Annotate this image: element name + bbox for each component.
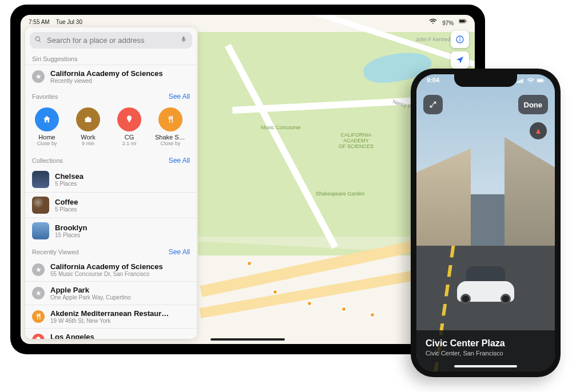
map-poi-label: Music Concourse [261,125,301,130]
see-all-favorites[interactable]: See All [169,93,190,101]
row-subtitle: Recently viewed [50,78,163,84]
iphone-screen: 9:04 Done Civic Center Plaza Civic Cente… [416,74,555,371]
favorite-sub: 2.1 mi [122,141,137,146]
search-field[interactable] [30,32,192,49]
row-subtitle: 5 Places [55,181,84,187]
star-icon: ★ [32,70,45,83]
recent-list: ★California Academy of Sciences55 Music … [25,258,197,339]
favorite-label: Work [81,134,95,141]
recent-row[interactable]: ★California Academy of Sciences55 Music … [25,258,197,281]
row-subtitle: One Apple Park Way, Cupertino [50,294,131,301]
svg-rect-23 [537,79,543,82]
favorite-item[interactable]: CG2.1 mi [114,107,144,146]
status-date: Tue Jul 30 [56,19,82,25]
section-header-favorites: Favorites See All [25,88,197,103]
lookaround-done-button[interactable]: Done [518,95,549,114]
row-title: California Academy of Sciences [50,262,163,271]
svg-rect-21 [522,79,523,83]
map-poi-dot[interactable] [370,312,375,318]
ipad-screen: John F Kennedy Dr Nancy Pelosi Dr CALIFO… [21,15,475,344]
recent-row[interactable]: Akdeniz Mediterranean Restaur…19 W 46th … [25,305,197,328]
map-poi-dot[interactable] [307,301,312,306]
lookaround-car [457,263,514,307]
row-title: Chelsea [55,172,84,181]
section-title: Favorites [32,93,58,100]
favorite-sub: Close by [160,141,180,146]
status-time: 9:04 [427,77,439,86]
section-title: Recently Viewed [32,249,79,255]
row-title: Akdeniz Mediterranean Restaur… [50,309,169,318]
row-subtitle: 19 W 46th St, New York [50,318,169,324]
row-subtitle: 5 Places [55,206,78,213]
home-indicator[interactable] [454,365,517,367]
star-icon: ★ [32,263,45,276]
dictate-icon[interactable] [180,35,188,45]
iphone-notch [454,74,517,87]
iphone-device-frame: 9:04 Done Civic Center Plaza Civic Cente… [411,69,561,377]
row-title: California Academy of Sciences [50,69,163,78]
search-panel: Siri Suggestions ★ California Academy of… [25,27,197,339]
svg-rect-14 [85,118,92,122]
favorite-sub: Close by [37,141,57,146]
favorites-scroll[interactable]: HomeClose byWork9 minCG2.1 miShake Sh…Cl… [25,103,197,152]
pin-icon [117,107,141,131]
search-icon [34,35,42,45]
favorite-label: Shake Sh… [155,134,186,141]
recent-row[interactable]: Los AngelesUnited States [25,328,197,339]
map-poi-dot[interactable] [341,306,347,312]
svg-rect-24 [543,79,544,81]
svg-rect-1 [459,20,465,22]
lookaround-compass[interactable] [530,122,547,139]
see-all-recent[interactable]: See All [169,248,190,256]
status-icons [517,77,545,86]
favorite-item[interactable]: Shake Sh…Close by [156,107,185,146]
pin-icon [32,334,45,339]
map-poi-dot[interactable] [247,261,252,266]
svg-rect-12 [182,37,185,40]
see-all-collections[interactable]: See All [169,157,190,165]
map-poi-dot[interactable] [272,289,278,295]
svg-rect-2 [466,20,466,22]
recent-row[interactable]: ★Apple ParkOne Apple Park Way, Cupertino [25,281,197,305]
collection-row[interactable]: Coffee5 Places [25,192,197,218]
collection-row[interactable]: Brooklyn15 Places [25,218,197,243]
home-icon [35,107,59,131]
search-input[interactable] [47,36,175,45]
lookaround-shrink-button[interactable] [423,95,443,114]
svg-rect-11 [38,40,41,42]
row-title: Los Angeles [50,333,94,339]
status-time: 7:55 AM [29,19,50,25]
lookaround-top-controls: Done [423,95,548,114]
caption-title: Civic Center Plaza [426,338,546,349]
svg-rect-4 [459,39,460,42]
battery-icon [459,20,467,26]
collection-thumb [32,197,49,214]
siri-suggestion-row[interactable]: ★ California Academy of Sciences Recentl… [25,65,197,88]
battery-text: 97% [442,20,454,26]
favorite-label: Home [38,134,55,141]
svg-point-16 [129,117,130,119]
favorite-item[interactable]: HomeClose by [32,107,62,146]
svg-rect-20 [520,80,521,83]
svg-rect-18 [517,81,518,83]
row-title: Brooklyn [55,223,87,232]
svg-rect-19 [519,81,520,83]
ipad-status-bar: 7:55 AM Tue Jul 30 97% [21,17,475,27]
home-indicator[interactable] [210,338,285,341]
collections-list: Chelsea5 PlacesCoffee5 PlacesBrooklyn15 … [25,167,197,243]
svg-point-5 [459,37,460,38]
section-header-recent: Recently Viewed See All [25,243,197,258]
map-poi-label: CALIFORNIA ACADEMY OF SCIENCES [339,132,374,149]
map-locate-button[interactable] [451,51,469,69]
section-title: Collections [32,157,63,164]
caption-subtitle: Civic Center, San Francisco [426,350,546,357]
map-poi-label: Shakespeare Garden [316,191,365,197]
section-header-siri: Siri Suggestions [25,51,197,65]
row-subtitle: 55 Music Concourse Dr, San Francisco [50,271,163,277]
row-subtitle: 15 Places [55,232,87,238]
section-title: Siri Suggestions [32,55,78,62]
map-info-button[interactable] [451,31,469,48]
svg-rect-13 [183,42,184,43]
collection-row[interactable]: Chelsea5 Places [25,167,197,192]
favorite-item[interactable]: Work9 min [73,107,103,146]
